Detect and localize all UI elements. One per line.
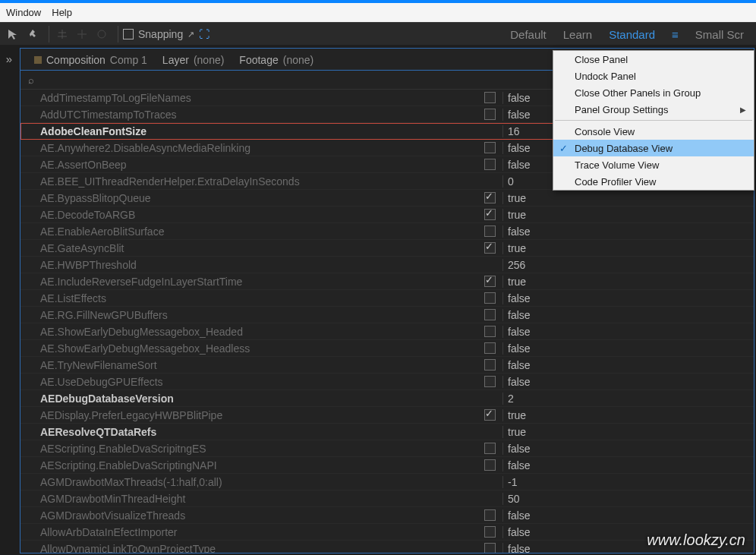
menu-help[interactable]: Help: [52, 7, 72, 18]
ctx-close-others[interactable]: Close Other Panels in Group: [553, 84, 754, 101]
setting-value[interactable]: false: [502, 309, 754, 321]
setting-row[interactable]: AE.BypassBlitopQueuetrue: [20, 190, 754, 207]
setting-checkbox-cell: [477, 309, 502, 320]
ctx-trace-volume[interactable]: Trace Volume View: [553, 156, 754, 173]
checkbox[interactable]: [484, 276, 496, 287]
setting-row[interactable]: AE.ShowEarlyDebugMessagebox_Headlessfals…: [20, 340, 754, 357]
checkbox[interactable]: [484, 242, 496, 254]
axis3-icon[interactable]: [93, 26, 110, 43]
pin-icon[interactable]: [24, 26, 41, 43]
setting-value[interactable]: true: [502, 409, 754, 421]
setting-value[interactable]: true: [502, 209, 754, 221]
setting-row[interactable]: AE.ShowEarlyDebugMessagebox_Headedfalse: [20, 323, 754, 340]
setting-value[interactable]: false: [502, 342, 754, 355]
setting-row[interactable]: AEScripting.EnableDvaScriptingNAPIfalse: [20, 457, 754, 474]
setting-row[interactable]: AEScripting.EnableDvaScripitngESfalse: [20, 440, 754, 457]
checkbox[interactable]: [484, 326, 496, 337]
setting-name: AGMDrawbotMaxThreads(-1:half,0:all): [20, 476, 477, 488]
checkbox[interactable]: [484, 409, 496, 421]
checkbox[interactable]: [484, 443, 496, 454]
checkbox[interactable]: [484, 359, 496, 371]
setting-row[interactable]: AE.DecodeToARGBtrue: [20, 207, 754, 223]
workspace-smallscreen[interactable]: Small Scr: [695, 28, 744, 41]
checkbox[interactable]: [484, 109, 496, 120]
setting-name: AE.AssertOnBeep: [20, 159, 477, 171]
workspace-menu-icon[interactable]: ≡: [672, 28, 679, 41]
setting-checkbox-cell: [477, 409, 502, 421]
axis2-icon[interactable]: [74, 26, 90, 43]
setting-row[interactable]: AE.TryNewFilenameSortfalse: [20, 357, 754, 374]
snapping-toggle[interactable]: Snapping ↗ ⛶: [123, 28, 209, 40]
checkbox[interactable]: [484, 92, 496, 103]
setting-row[interactable]: AE.ListEffectsfalse: [20, 290, 754, 307]
checkbox[interactable]: [484, 159, 496, 170]
setting-value[interactable]: -1: [502, 476, 754, 488]
ctx-group-settings[interactable]: Panel Group Settings▶: [553, 101, 754, 118]
setting-row[interactable]: AE.UseDebugGPUEffectsfalse: [20, 374, 754, 390]
snap-bounds-icon[interactable]: ⛶: [199, 28, 209, 40]
setting-value[interactable]: true: [502, 426, 754, 438]
setting-value[interactable]: 2: [502, 393, 754, 405]
checkbox[interactable]: [484, 526, 496, 538]
selection-tool-icon[interactable]: [5, 26, 21, 43]
checkbox[interactable]: [484, 376, 496, 387]
tab-layer[interactable]: Layer (none): [155, 50, 232, 70]
workspace-default[interactable]: Default: [510, 28, 547, 41]
setting-value[interactable]: true: [502, 242, 754, 254]
checkbox[interactable]: [484, 509, 496, 521]
menu-window[interactable]: Window: [6, 7, 41, 18]
setting-name: AE.IncludeReverseFudgeInLayerStartTime: [20, 276, 477, 288]
setting-value[interactable]: false: [502, 326, 754, 338]
setting-row[interactable]: AllowArbDataInEfectImporterfalse: [20, 524, 754, 541]
setting-value[interactable]: false: [502, 509, 754, 522]
setting-value[interactable]: false: [502, 459, 754, 471]
ctx-debug-db-view[interactable]: ✓Debug Database View: [553, 140, 754, 156]
setting-row[interactable]: AE.HWBPThreshold256: [20, 257, 754, 273]
setting-value[interactable]: false: [502, 225, 754, 238]
workspace-standard[interactable]: Standard: [609, 28, 655, 41]
setting-value[interactable]: true: [502, 192, 754, 204]
checkbox[interactable]: [484, 209, 496, 220]
ctx-console-view[interactable]: Console View: [553, 123, 754, 140]
setting-row[interactable]: AEResolveQTDataRefstrue: [20, 424, 754, 440]
checkbox[interactable]: [484, 192, 496, 203]
setting-row[interactable]: AGMDrawbotMaxThreads(-1:half,0:all)-1: [20, 474, 754, 490]
checkbox[interactable]: [484, 225, 496, 237]
ctx-undock-panel[interactable]: Undock Panel: [553, 68, 754, 84]
setting-value[interactable]: false: [502, 292, 754, 304]
setting-value[interactable]: true: [502, 276, 754, 288]
setting-value[interactable]: false: [502, 359, 754, 371]
setting-checkbox-cell: [477, 526, 502, 538]
setting-value[interactable]: 50: [502, 493, 754, 505]
setting-row[interactable]: AE.RG.FillNewGPUBuffersfalse: [20, 307, 754, 323]
setting-name: AE.ShowEarlyDebugMessagebox_Headless: [20, 342, 477, 355]
setting-name: AGMDrawbotVisualizeThreads: [20, 509, 477, 522]
workspace-learn[interactable]: Learn: [563, 28, 592, 41]
setting-value[interactable]: 256: [502, 259, 754, 271]
setting-value[interactable]: false: [502, 376, 754, 388]
ctx-close-panel[interactable]: Close Panel: [553, 51, 754, 68]
checkbox[interactable]: [484, 142, 496, 153]
panel-expand-icon[interactable]: »: [0, 49, 18, 68]
checkbox[interactable]: [484, 292, 496, 304]
setting-row[interactable]: AE.IncludeReverseFudgeInLayerStartTimetr…: [20, 273, 754, 290]
tab-composition[interactable]: Composition Comp 1: [27, 50, 155, 70]
setting-value[interactable]: false: [502, 443, 754, 455]
axis-icon[interactable]: [54, 26, 71, 43]
checkbox[interactable]: [484, 543, 496, 553]
setting-row[interactable]: AE.EnableAeroBlitSurfacefalse: [20, 223, 754, 240]
setting-row[interactable]: AE.GateAsyncBlittrue: [20, 240, 754, 257]
setting-checkbox-cell: [477, 276, 502, 287]
panel-context-menu: Close Panel Undock Panel Close Other Pan…: [553, 50, 754, 191]
tab-footage[interactable]: Footage (none): [232, 50, 321, 70]
setting-row[interactable]: AGMDrawbotVisualizeThreadsfalse: [20, 507, 754, 524]
checkbox[interactable]: [484, 342, 496, 354]
setting-row[interactable]: AllowDynamicLinkToOwnProjectTypefalse: [20, 541, 754, 553]
setting-row[interactable]: AEDisplay.PreferLegacyHWBPBlitPipetrue: [20, 407, 754, 424]
ctx-code-profiler[interactable]: Code Profiler View: [553, 173, 754, 190]
setting-name: AE.DecodeToARGB: [20, 209, 477, 221]
setting-row[interactable]: AEDebugDatabaseVersion2: [20, 390, 754, 407]
setting-row[interactable]: AGMDrawbotMinThreadHeight50: [20, 490, 754, 507]
checkbox[interactable]: [484, 459, 496, 471]
checkbox[interactable]: [484, 309, 496, 320]
